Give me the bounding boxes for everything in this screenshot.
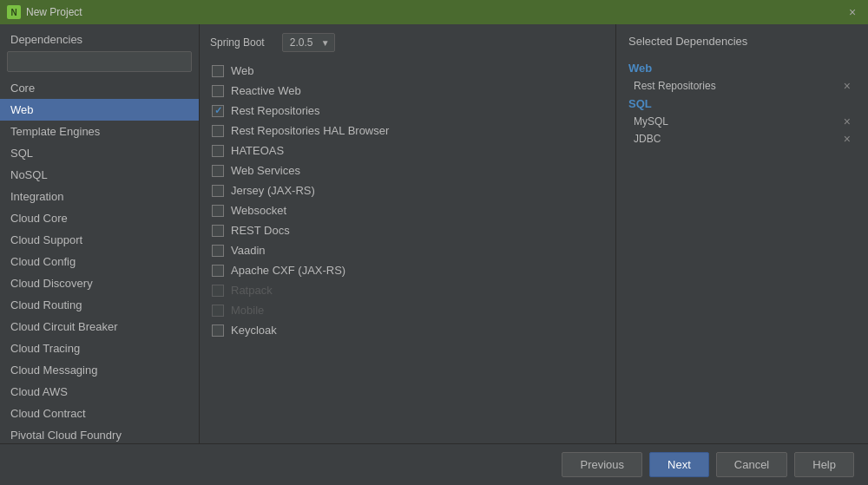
close-button[interactable]: ×	[844, 3, 861, 21]
selected-dependencies-title: Selected Dependencies	[628, 35, 856, 48]
dep-item-ratpack: Ratpack	[200, 280, 615, 300]
sidebar-item-core[interactable]: Core	[0, 77, 199, 99]
dep-item-rest-docs[interactable]: REST Docs	[200, 220, 615, 240]
spring-boot-label: Spring Boot	[210, 36, 265, 49]
dep-item-mobile: Mobile	[200, 300, 615, 320]
checkbox-websocket[interactable]	[212, 205, 224, 217]
window-title: New Project	[26, 6, 82, 18]
sidebar-item-cloud-contract[interactable]: Cloud Contract	[0, 403, 199, 424]
checkbox-apache-cxf[interactable]	[212, 265, 224, 277]
dep-group-label-sql-group: SQL	[628, 97, 856, 110]
selected-dep-rest-repos: Rest Repositories×	[628, 78, 856, 94]
checkbox-reactive-web[interactable]	[212, 85, 224, 97]
sidebar-item-template-engines[interactable]: Template Engines	[0, 121, 199, 142]
dep-label-vaadin: Vaadin	[231, 244, 266, 257]
dep-item-hateoas[interactable]: HATEOAS	[200, 141, 615, 161]
dep-item-vaadin[interactable]: Vaadin	[200, 240, 615, 260]
dep-label-hateoas: HATEOAS	[231, 144, 284, 157]
selected-dep-name-rest-repos: Rest Repositories	[634, 80, 716, 92]
previous-button[interactable]: Previous	[562, 452, 642, 477]
dep-label-apache-cxf: Apache CXF (JAX-RS)	[231, 264, 345, 277]
dep-label-keycloak: Keycloak	[231, 324, 277, 337]
dep-label-ratpack: Ratpack	[231, 284, 273, 297]
checkbox-ratpack	[212, 285, 224, 297]
checkbox-mobile	[212, 305, 224, 317]
dep-item-jersey[interactable]: Jersey (JAX-RS)	[200, 180, 615, 200]
dep-label-reactive-web: Reactive Web	[231, 84, 301, 97]
sidebar-item-cloud-config[interactable]: Cloud Config	[0, 251, 199, 272]
dep-item-keycloak[interactable]: Keycloak	[200, 320, 615, 340]
checkbox-rest-docs[interactable]	[212, 225, 224, 237]
sidebar-list: CoreWebTemplate EnginesSQLNoSQLIntegrati…	[0, 77, 199, 485]
dep-label-rest-docs: REST Docs	[231, 224, 290, 237]
dependency-list: WebReactive Web✓Rest RepositoriesRest Re…	[200, 57, 615, 485]
remove-dep-mysql[interactable]: ×	[844, 115, 851, 128]
selected-dependencies-groups: WebRest Repositories×SQLMySQL×JDBC×	[628, 58, 856, 148]
checkbox-hateoas[interactable]	[212, 145, 224, 157]
dep-item-rest-repositories-hal[interactable]: Rest Repositories HAL Browser	[200, 121, 615, 141]
sidebar-item-integration[interactable]: Integration	[0, 186, 199, 207]
sidebar-item-cloud-aws[interactable]: Cloud AWS	[0, 381, 199, 403]
sidebar-header-label: Dependencies	[10, 33, 82, 46]
dep-group-web-group: WebRest Repositories×	[628, 62, 856, 94]
sidebar-item-cloud-discovery[interactable]: Cloud Discovery	[0, 272, 199, 294]
selected-dep-name-mysql: MySQL	[634, 115, 668, 128]
selected-dep-jdbc: JDBC×	[628, 131, 856, 147]
sidebar-item-cloud-messaging[interactable]: Cloud Messaging	[0, 359, 199, 381]
sidebar-item-sql[interactable]: SQL	[0, 142, 199, 164]
spring-boot-version-select[interactable]: 2.0.52.1.02.1.1	[282, 33, 335, 52]
next-button[interactable]: Next	[649, 452, 709, 477]
remove-dep-rest-repos[interactable]: ×	[844, 80, 851, 92]
dep-label-rest-repositories-hal: Rest Repositories HAL Browser	[231, 124, 389, 137]
dep-group-sql-group: SQLMySQL×JDBC×	[628, 97, 856, 147]
dep-label-jersey: Jersey (JAX-RS)	[231, 184, 315, 197]
sidebar: Dependencies CoreWebTemplate EnginesSQLN…	[0, 24, 200, 485]
right-panel: Selected Dependencies WebRest Repositori…	[616, 24, 868, 485]
dep-label-mobile: Mobile	[231, 304, 264, 317]
app-icon: N	[7, 5, 21, 19]
sidebar-item-cloud-core[interactable]: Cloud Core	[0, 207, 199, 229]
dep-label-web: Web	[231, 64, 254, 77]
cancel-button[interactable]: Cancel	[716, 452, 787, 477]
search-input[interactable]	[7, 51, 192, 72]
checkbox-web[interactable]	[212, 65, 224, 77]
dep-item-reactive-web[interactable]: Reactive Web	[200, 81, 615, 101]
sidebar-item-cloud-tracing[interactable]: Cloud Tracing	[0, 338, 199, 359]
sidebar-item-web[interactable]: Web	[0, 99, 199, 121]
remove-dep-jdbc[interactable]: ×	[844, 133, 851, 145]
sidebar-item-cloud-support[interactable]: Cloud Support	[0, 229, 199, 251]
checkbox-jersey[interactable]	[212, 185, 224, 197]
checkbox-rest-repositories[interactable]: ✓	[212, 105, 224, 117]
dep-item-web[interactable]: Web	[200, 61, 615, 81]
dep-item-rest-repositories[interactable]: ✓Rest Repositories	[200, 101, 615, 121]
title-bar: N New Project ×	[0, 0, 868, 24]
help-button[interactable]: Help	[794, 452, 854, 477]
dep-item-apache-cxf[interactable]: Apache CXF (JAX-RS)	[200, 260, 615, 280]
dep-label-rest-repositories: Rest Repositories	[231, 104, 320, 117]
checkbox-rest-repositories-hal[interactable]	[212, 125, 224, 137]
dep-group-label-web-group: Web	[628, 62, 856, 75]
sidebar-item-cloud-routing[interactable]: Cloud Routing	[0, 294, 199, 316]
sidebar-item-cloud-circuit-breaker[interactable]: Cloud Circuit Breaker	[0, 316, 199, 338]
dep-label-web-services: Web Services	[231, 164, 300, 177]
checkbox-web-services[interactable]	[212, 165, 224, 177]
checkbox-keycloak[interactable]	[212, 324, 224, 337]
selected-dep-mysql: MySQL×	[628, 114, 856, 129]
selected-dep-name-jdbc: JDBC	[634, 133, 661, 145]
dep-item-web-services[interactable]: Web Services	[200, 161, 615, 180]
dep-label-websocket: Websocket	[231, 204, 286, 217]
center-panel: Spring Boot 2.0.52.1.02.1.1 ▼ WebReactiv…	[200, 24, 616, 485]
footer: Previous Next Cancel Help	[0, 443, 868, 485]
checkbox-vaadin[interactable]	[212, 245, 224, 257]
dep-item-websocket[interactable]: Websocket	[200, 200, 615, 220]
sidebar-item-nosql[interactable]: NoSQL	[0, 164, 199, 186]
